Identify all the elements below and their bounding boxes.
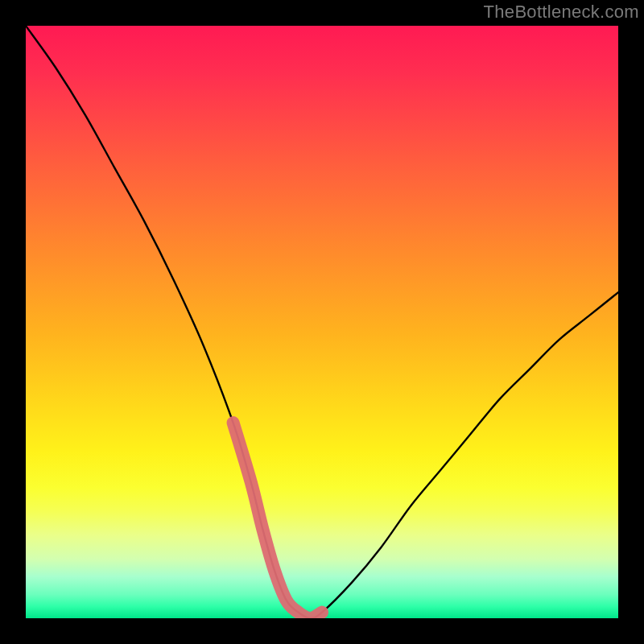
watermark-text: TheBottleneck.com xyxy=(484,2,639,23)
chart-frame: TheBottleneck.com xyxy=(0,0,644,644)
plot-area xyxy=(26,26,618,618)
bottleneck-curve xyxy=(26,26,618,618)
bottleneck-curve-svg xyxy=(26,26,618,618)
valley-highlight xyxy=(233,423,322,618)
